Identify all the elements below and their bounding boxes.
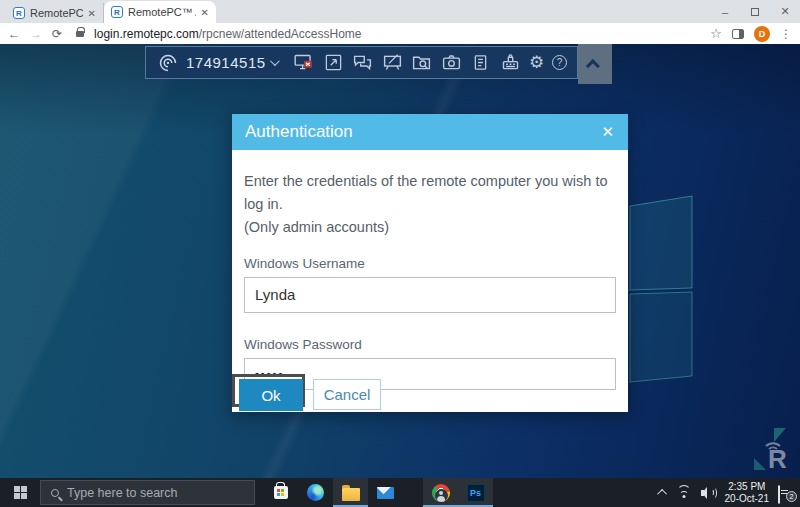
start-button[interactable] [0, 478, 40, 507]
search-icon [51, 489, 59, 497]
tray-chevron-icon[interactable] [657, 489, 667, 499]
back-icon[interactable]: ← [8, 27, 20, 41]
tab-close-icon[interactable]: ✕ [88, 8, 96, 19]
menu-kebab-icon[interactable]: ⋮ [780, 27, 792, 41]
username-label: Windows Username [244, 256, 616, 271]
cancel-button[interactable]: Cancel [313, 379, 381, 410]
help-icon[interactable]: ? [552, 55, 567, 70]
remotepc-watermark: R [752, 424, 794, 474]
chat-icon[interactable] [352, 52, 374, 74]
bookmark-star-icon[interactable]: ☆ [710, 26, 722, 41]
ctrl-alt-del-icon[interactable] [500, 52, 522, 74]
profile-avatar[interactable]: D [754, 26, 770, 42]
remote-session-toolbar: 174914515 [145, 46, 578, 79]
username-field[interactable] [244, 277, 616, 313]
instruction-line-2: (Only admin accounts) [244, 216, 616, 239]
side-panel-icon[interactable] [732, 29, 744, 39]
windows-logo-wallpaper [600, 184, 800, 444]
photoshop-icon: Ps [467, 484, 485, 502]
forward-icon[interactable]: → [30, 27, 42, 41]
minimize-icon[interactable]: – [710, 0, 740, 23]
start-icon [14, 486, 27, 499]
password-label: Windows Password [244, 337, 616, 352]
toolbar-collapse-button[interactable] [578, 44, 612, 84]
taskbar-edge[interactable] [298, 478, 333, 507]
url-host: login.remotepc.com [94, 27, 199, 41]
taskbar-photoshop[interactable]: Ps [458, 478, 493, 507]
tab-remotepc-computer[interactable]: R RemotePC™ - Compu ✕ [6, 3, 104, 23]
taskbar-file-explorer[interactable] [333, 478, 368, 507]
refresh-icon[interactable]: ⟳ [52, 27, 62, 41]
ok-button[interactable]: Ok [239, 379, 303, 411]
browser-window: R RemotePC™ - Compu ✕ R RemotePC™ Attend… [0, 0, 800, 507]
window-controls: – ✕ [710, 0, 800, 23]
remote-desktop-viewport: 174914515 [0, 44, 800, 478]
dialog-instruction: Enter the credentials of the remote comp… [244, 170, 616, 240]
dialog-header: Authentication ✕ [232, 114, 628, 150]
whiteboard-icon[interactable] [381, 52, 403, 74]
dialog-close-icon[interactable]: ✕ [601, 123, 614, 141]
url-text[interactable]: login.remotepc.com/rpcnew/attendedAccess… [94, 27, 700, 41]
tray-date: 20-Oct-21 [725, 493, 769, 505]
tray-time: 2:35 PM [725, 481, 769, 493]
profile-person-icon [435, 489, 448, 502]
tab-title: RemotePC™ - Compu [30, 7, 83, 19]
mail-icon [377, 487, 394, 499]
tab-close-icon[interactable]: ✕ [201, 7, 209, 18]
session-id: 174914515 [186, 54, 266, 71]
settings-gear-icon[interactable]: ⚙ [529, 54, 544, 71]
screenshot-icon[interactable] [440, 52, 462, 74]
tab-strip: R RemotePC™ - Compu ✕ R RemotePC™ Attend… [0, 0, 800, 23]
system-tray: 2:35 PM 20-Oct-21 2 [660, 478, 800, 507]
file-explorer-icon [342, 488, 360, 501]
chrome-icon [432, 484, 450, 502]
notes-icon[interactable] [470, 52, 492, 74]
address-bar: ← → ⟳ login.remotepc.com/rpcnew/attended… [0, 23, 800, 44]
maximize-icon[interactable] [740, 0, 770, 23]
url-path: /rpcnew/attendedAccessHome [199, 27, 362, 41]
edge-icon [307, 484, 324, 501]
speaker-icon[interactable] [701, 487, 716, 499]
wifi-icon[interactable] [676, 487, 692, 499]
lock-icon[interactable] [76, 31, 84, 37]
taskbar-chrome[interactable] [423, 478, 458, 507]
search-placeholder: Type here to search [67, 486, 177, 500]
chevron-down-icon [270, 56, 280, 66]
disconnect-monitor-icon[interactable] [293, 52, 315, 74]
address-bar-actions: ☆ D ⋮ [710, 26, 792, 42]
taskbar-search[interactable]: Type here to search [40, 480, 255, 505]
instruction-line-1: Enter the credentials of the remote comp… [244, 170, 616, 216]
store-icon [274, 486, 288, 499]
notification-badge: 2 [786, 491, 797, 502]
dialog-buttons: Ok Cancel [232, 373, 628, 413]
tray-clock[interactable]: 2:35 PM 20-Oct-21 [725, 481, 769, 505]
taskbar-mail[interactable] [368, 478, 403, 507]
action-center-icon[interactable]: 2 [778, 486, 794, 500]
dialog-title: Authentication [245, 122, 353, 142]
dialog-body: Enter the credentials of the remote comp… [232, 150, 628, 390]
tab-remotepc-attended[interactable]: R RemotePC™ Attended ✕ [104, 1, 216, 23]
remotepc-favicon-icon: R [13, 7, 25, 19]
close-icon[interactable]: ✕ [770, 0, 800, 23]
watermark-letter: R [768, 444, 787, 474]
remotepc-logo-icon [158, 53, 178, 73]
remotepc-favicon-icon: R [111, 6, 123, 18]
taskbar-apps: Ps [255, 478, 493, 507]
tab-title: RemotePC™ Attended [128, 6, 196, 18]
fullscreen-icon[interactable] [322, 52, 344, 74]
authentication-dialog: Authentication ✕ Enter the credentials o… [232, 114, 628, 412]
file-search-icon[interactable] [411, 52, 433, 74]
session-id-dropdown[interactable]: 174914515 [186, 54, 277, 71]
taskbar-store[interactable] [263, 478, 298, 507]
chevron-up-icon [586, 59, 600, 73]
taskbar: Type here to search Ps [0, 478, 800, 507]
toolbar-icons: ⚙ ? [293, 52, 567, 74]
